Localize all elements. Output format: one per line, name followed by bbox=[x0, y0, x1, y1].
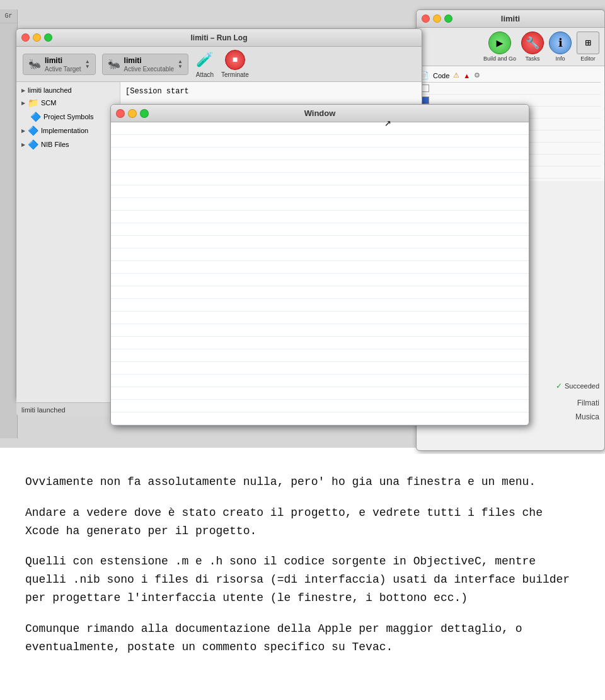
warning-header-icon: ⚠ bbox=[453, 71, 459, 79]
build-go-btn-group[interactable]: ▶ Build and Go bbox=[483, 32, 516, 62]
floating-close-button[interactable] bbox=[116, 109, 125, 118]
sidebar-item-nib-files-label: NIB Files bbox=[41, 141, 69, 148]
xcode-titlebar: limiti bbox=[417, 10, 604, 28]
floating-window-body bbox=[111, 122, 529, 425]
sidebar-item-limiti-launched-top-label: limiti launched bbox=[28, 86, 72, 94]
paragraph-3: Quelli con estensione .m e .h sono il co… bbox=[25, 552, 580, 607]
attach-btn[interactable]: 🧪 Attach bbox=[195, 50, 215, 78]
disclosure-triangle-2: ▶ bbox=[21, 100, 25, 106]
floating-minimize-button[interactable] bbox=[128, 109, 137, 118]
info-label: Info bbox=[555, 55, 565, 62]
info-icon[interactable]: ℹ bbox=[549, 32, 572, 54]
terminate-label: Terminate bbox=[221, 71, 249, 78]
sidebar-item-project-symbols[interactable]: 🔷 Project Symbols bbox=[16, 110, 120, 124]
run-log-traffic-lights[interactable] bbox=[21, 33, 52, 42]
scm-icon: 📁 bbox=[28, 98, 38, 108]
attach-label: Attach bbox=[196, 71, 214, 78]
tasks-btn-group[interactable]: 🔧 Tasks bbox=[521, 32, 544, 62]
nib-icon: 🔷 bbox=[28, 139, 38, 149]
filmati-label: Filmati bbox=[577, 399, 599, 407]
sidebar-item-scm-label: SCM bbox=[41, 99, 56, 107]
error-header-icon: ▲ bbox=[463, 72, 470, 79]
active-target-label: Active Target bbox=[45, 66, 81, 73]
paragraph-2: Andare a vedere dove è stato creato il p… bbox=[25, 504, 580, 540]
floating-window: Window bbox=[110, 104, 529, 426]
succeeded-label: Succeeded bbox=[565, 382, 599, 390]
sidebar-item-implementation[interactable]: ▶ 🔷 Implementation bbox=[16, 124, 120, 137]
info-btn-group[interactable]: ℹ Info bbox=[549, 32, 572, 62]
code-row-1 bbox=[420, 83, 601, 95]
tasks-icon[interactable]: 🔧 bbox=[521, 32, 544, 54]
exe-icon: 🐜 bbox=[108, 58, 120, 70]
body-text-area: Ovviamente non fa assolutamente nulla, p… bbox=[0, 454, 605, 687]
build-go-label: Build and Go bbox=[483, 55, 516, 62]
run-log-title: limiti – Run Log bbox=[191, 33, 248, 42]
run-log-minimize-button[interactable] bbox=[33, 33, 41, 42]
target-stepper[interactable]: ▲▼ bbox=[85, 59, 90, 69]
sidebar-item-implementation-label: Implementation bbox=[41, 127, 88, 134]
run-log-maximize-button[interactable] bbox=[44, 33, 52, 42]
checkbox-1[interactable] bbox=[422, 85, 429, 92]
ant-icon: 🐜 bbox=[28, 58, 41, 70]
disclosure-triangle-3: ▶ bbox=[21, 128, 25, 134]
succeeded-badge: ✓ Succeeded bbox=[556, 382, 599, 390]
floating-window-title: Window bbox=[304, 108, 336, 118]
build-go-icon[interactable]: ▶ bbox=[488, 32, 511, 54]
xcode-title: limiti bbox=[501, 14, 520, 23]
musica-label: Musica bbox=[575, 412, 599, 421]
xcode-toolbar: ▶ Build and Go 🔧 Tasks ℹ Info ⊞ Editor bbox=[417, 28, 604, 66]
sidebar-item-limiti-launched-top[interactable]: ▶ limiti launched bbox=[16, 85, 120, 96]
run-log-titlebar: limiti – Run Log bbox=[16, 29, 422, 47]
tasks-label: Tasks bbox=[525, 55, 539, 62]
implementation-icon: 🔷 bbox=[28, 125, 38, 136]
run-log-status-launched: limiti launched bbox=[21, 406, 66, 414]
active-target-value: limiti bbox=[45, 56, 81, 65]
maximize-button[interactable] bbox=[444, 15, 452, 23]
active-target-segment[interactable]: 🐜 limiti Active Target ▲▼ bbox=[23, 54, 96, 75]
paragraph-1: Ovviamente non fa assolutamente nulla, p… bbox=[25, 473, 580, 491]
floating-traffic-lights[interactable] bbox=[116, 109, 149, 118]
active-executable-value: limiti bbox=[124, 56, 175, 65]
run-log-toolbar: 🐜 limiti Active Target ▲▼ 🐜 limiti Activ… bbox=[16, 47, 422, 82]
terminate-btn[interactable]: ■ Terminate bbox=[221, 50, 249, 78]
disclosure-triangle-4: ▶ bbox=[21, 142, 25, 148]
editor-btn-group[interactable]: ⊞ Editor bbox=[577, 32, 599, 62]
sidebar-item-scm[interactable]: ▶ 📁 SCM bbox=[16, 96, 120, 110]
paragraph-4: Comunque rimando alla documentazione del… bbox=[25, 620, 580, 656]
sidebar-item-project-symbols-label: Project Symbols bbox=[43, 113, 93, 120]
floating-titlebar: Window bbox=[111, 105, 529, 122]
project-symbols-icon: 🔷 bbox=[30, 112, 41, 122]
run-log-sidebar: ▶ limiti launched ▶ 📁 SCM 🔷 Project Symb… bbox=[16, 82, 120, 402]
attach-icon: 🧪 bbox=[195, 50, 215, 70]
terminate-icon: ■ bbox=[225, 50, 245, 70]
run-log-close-button[interactable] bbox=[21, 33, 30, 42]
session-start-text: [Session start bbox=[125, 87, 189, 96]
settings-header-icon: ⚙ bbox=[474, 71, 480, 79]
editor-icon[interactable]: ⊞ bbox=[577, 32, 599, 54]
checkbox-2[interactable] bbox=[422, 96, 429, 104]
active-executable-segment[interactable]: 🐜 limiti Active Executable ▲▼ bbox=[102, 54, 188, 75]
code-header: 📄 Code ⚠ ▲ ⚙ bbox=[420, 69, 601, 83]
disclosure-triangle-1: ▶ bbox=[21, 88, 25, 93]
sidebar-item-nib-files[interactable]: ▶ 🔷 NIB Files bbox=[16, 137, 120, 151]
pb-item-gr: Gr bbox=[0, 9, 17, 23]
code-header-label: Code bbox=[433, 72, 449, 79]
minimize-button[interactable] bbox=[433, 15, 441, 23]
close-button[interactable] bbox=[422, 15, 430, 23]
project-browser-strip: Gr bbox=[0, 9, 18, 438]
traffic-lights[interactable] bbox=[422, 15, 452, 23]
exe-stepper[interactable]: ▲▼ bbox=[178, 59, 183, 69]
floating-maximize-button[interactable] bbox=[140, 109, 149, 118]
active-executable-label: Active Executable bbox=[124, 66, 175, 73]
check-icon: ✓ bbox=[556, 382, 562, 390]
editor-label: Editor bbox=[580, 55, 596, 62]
